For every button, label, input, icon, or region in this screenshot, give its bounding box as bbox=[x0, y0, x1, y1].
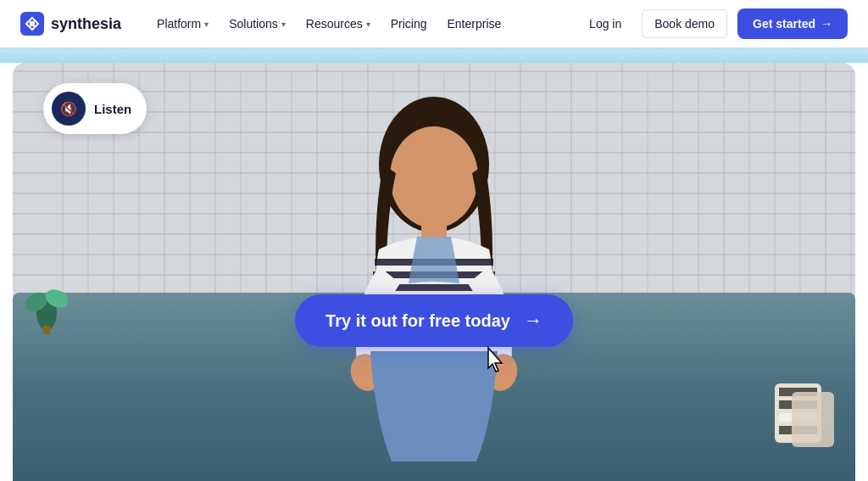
hero-section: 🔇 Listen Try it out for free today → bbox=[0, 48, 868, 481]
logo[interactable]: synthesia bbox=[20, 12, 121, 36]
pillows-decoration bbox=[771, 375, 838, 460]
nav-item-solutions[interactable]: Solutions ▾ bbox=[220, 10, 294, 37]
presenter-container bbox=[290, 80, 578, 481]
cta-arrow-icon: → bbox=[524, 310, 542, 332]
svg-rect-1 bbox=[30, 21, 35, 26]
arrow-icon: → bbox=[821, 17, 832, 31]
mute-icon-wrap: 🔇 bbox=[52, 92, 86, 126]
nav-item-pricing[interactable]: Pricing bbox=[382, 10, 436, 37]
nav-right: Log in Book demo Get started → bbox=[579, 8, 848, 39]
get-started-button[interactable]: Get started → bbox=[737, 8, 848, 39]
chevron-down-icon: ▾ bbox=[366, 20, 370, 29]
nav-item-enterprise[interactable]: Enterprise bbox=[438, 10, 509, 37]
brand-name: synthesia bbox=[51, 15, 121, 33]
login-button[interactable]: Log in bbox=[579, 10, 632, 37]
mute-icon: 🔇 bbox=[60, 101, 77, 117]
cta-label: Try it out for free today bbox=[326, 311, 510, 331]
video-container: 🔇 Listen Try it out for free today → bbox=[13, 63, 855, 481]
hero-gradient-strip bbox=[0, 48, 868, 63]
synthesia-logo-icon bbox=[20, 12, 44, 36]
listen-label: Listen bbox=[94, 102, 131, 116]
plant-decoration bbox=[21, 266, 72, 334]
chevron-down-icon: ▾ bbox=[281, 20, 286, 29]
book-demo-button[interactable]: Book demo bbox=[642, 9, 727, 38]
svg-point-3 bbox=[390, 126, 478, 228]
navbar: synthesia Platform ▾ Solutions ▾ Resourc… bbox=[0, 0, 868, 48]
presenter-avatar bbox=[307, 80, 561, 461]
nav-links: Platform ▾ Solutions ▾ Resources ▾ Prici… bbox=[148, 10, 579, 37]
listen-button[interactable]: 🔇 Listen bbox=[43, 83, 147, 134]
svg-rect-16 bbox=[792, 392, 834, 447]
svg-rect-10 bbox=[43, 326, 50, 334]
chevron-down-icon: ▾ bbox=[204, 20, 209, 29]
cta-button[interactable]: Try it out for free today → bbox=[295, 294, 573, 347]
nav-item-platform[interactable]: Platform ▾ bbox=[148, 10, 217, 37]
nav-item-resources[interactable]: Resources ▾ bbox=[298, 10, 379, 37]
